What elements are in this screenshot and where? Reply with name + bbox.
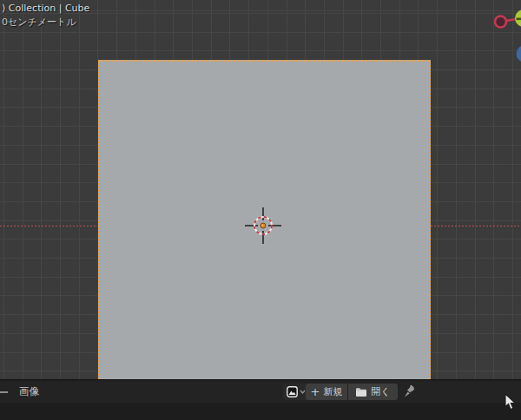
image-editor: 画像 + 新規 開く	[0, 379, 521, 420]
navigation-gizmo[interactable]	[469, 0, 521, 73]
image-icon	[287, 386, 298, 397]
viewport-overlay-text: ) Collection | Cube 0センチメートル	[2, 2, 89, 30]
image-editor-header: 画像 + 新規 開く	[0, 381, 521, 403]
editor-collapsed-icon[interactable]	[0, 391, 8, 393]
selection-outline-left	[98, 60, 100, 379]
overlay-collection-object: ) Collection | Cube	[2, 2, 89, 16]
chevron-down-icon	[300, 390, 306, 394]
new-image-button[interactable]: + 新規	[306, 384, 347, 400]
overlay-grid-scale: 0センチメートル	[2, 16, 89, 30]
folder-icon	[355, 387, 367, 397]
menu-image[interactable]: 画像	[19, 381, 39, 403]
gizmo-axis-z-ball	[517, 46, 521, 62]
gizmo-axis-x-ball	[495, 16, 506, 28]
pin-icon[interactable]	[403, 384, 416, 398]
mouse-cursor	[504, 393, 517, 411]
viewport-3d[interactable]: ) Collection | Cube 0センチメートル	[0, 0, 521, 379]
blender-window: ) Collection | Cube 0センチメートル 画像 + 新規	[0, 0, 521, 420]
selection-outline-top	[98, 60, 431, 62]
new-image-label: 新規	[323, 385, 342, 398]
open-image-label: 開く	[371, 385, 390, 398]
selection-outline-right	[429, 60, 431, 379]
3d-cursor-icon	[242, 205, 284, 246]
open-image-button[interactable]: 開く	[348, 384, 398, 400]
plus-icon: +	[311, 386, 320, 397]
